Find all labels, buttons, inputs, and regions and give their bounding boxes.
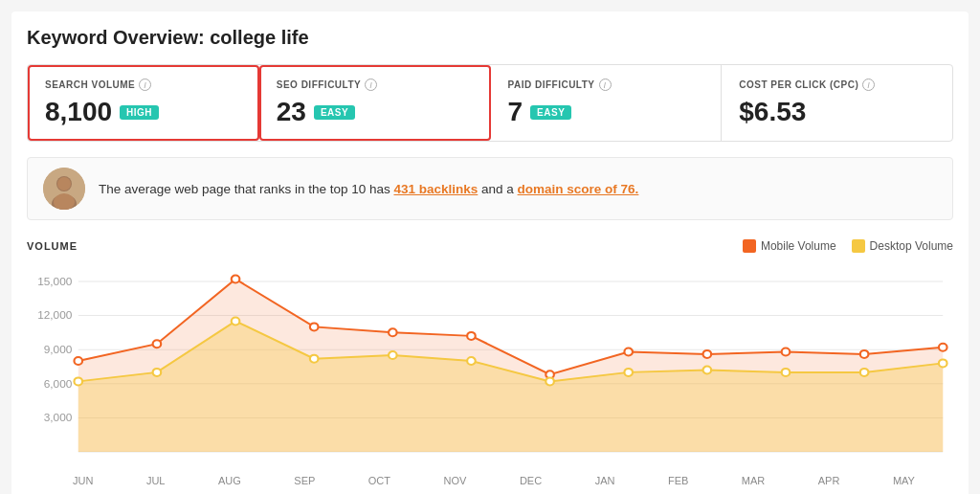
- insight-before: The average web page that ranks in the t…: [99, 182, 393, 196]
- header-prefix: Keyword Overview:: [27, 27, 205, 48]
- svg-text:3,000: 3,000: [44, 413, 73, 424]
- metrics-row: Search Volume i 8,100 HIGH SEO Difficult…: [27, 64, 953, 142]
- svg-point-20: [389, 328, 397, 336]
- metric-card-seo-difficulty: SEO Difficulty i 23 EASY: [259, 65, 491, 141]
- x-label: JAN: [595, 475, 615, 486]
- svg-point-19: [310, 323, 319, 330]
- svg-point-23: [624, 348, 633, 356]
- avatar: [43, 168, 85, 210]
- insight-middle: and a: [478, 182, 517, 196]
- metric-label: SEO Difficulty i: [277, 79, 473, 91]
- chart-legend: Mobile VolumeDesktop Volume: [743, 239, 953, 253]
- metric-badge: EASY: [530, 105, 571, 120]
- svg-point-35: [624, 369, 633, 376]
- metric-card-cpc: Cost Per Click (CPC) i $6.53: [722, 65, 952, 141]
- svg-point-26: [860, 350, 869, 358]
- svg-text:15,000: 15,000: [37, 276, 72, 287]
- svg-point-21: [467, 332, 476, 340]
- x-label: APR: [818, 475, 840, 486]
- info-icon[interactable]: i: [862, 79, 875, 91]
- insight-row: The average web page that ranks in the t…: [27, 157, 953, 220]
- x-axis-labels: JUNJULAUGSEPOCTNOVDECJANFEBMARAPRMAY: [27, 471, 953, 486]
- svg-text:9,000: 9,000: [44, 344, 73, 355]
- svg-point-29: [153, 369, 162, 376]
- svg-point-34: [546, 377, 554, 385]
- x-label: NOV: [444, 475, 467, 486]
- metric-badge: HIGH: [120, 105, 159, 120]
- insight-text: The average web page that ranks in the t…: [99, 182, 638, 196]
- metric-badge: EASY: [314, 105, 355, 120]
- svg-point-33: [467, 357, 476, 365]
- x-label: DEC: [520, 475, 542, 486]
- metric-value: 8,100 HIGH: [45, 97, 241, 127]
- info-icon[interactable]: i: [599, 79, 612, 91]
- legend-item: Mobile Volume: [743, 239, 836, 253]
- svg-point-37: [782, 369, 791, 376]
- page-header: Keyword Overview: college life: [27, 27, 953, 49]
- chart-header: VOLUME Mobile VolumeDesktop Volume: [27, 239, 953, 253]
- x-label: SEP: [294, 475, 315, 486]
- svg-point-38: [860, 369, 869, 376]
- metric-value: 7 EASY: [508, 97, 704, 127]
- metric-value: 23 EASY: [277, 97, 473, 127]
- legend-swatch: [852, 239, 865, 253]
- svg-point-31: [310, 355, 319, 363]
- x-label: FEB: [668, 475, 688, 486]
- svg-point-3: [57, 177, 71, 191]
- svg-point-36: [703, 367, 712, 374]
- svg-point-18: [232, 276, 240, 283]
- metric-label: Cost Per Click (CPC) i: [739, 79, 935, 91]
- legend-label: Desktop Volume: [870, 239, 953, 253]
- backlinks-link[interactable]: 431 backlinks: [393, 182, 478, 196]
- x-label: MAR: [742, 475, 765, 486]
- x-label: OCT: [368, 475, 390, 486]
- chart-title: VOLUME: [27, 240, 78, 252]
- svg-text:6,000: 6,000: [44, 378, 73, 390]
- svg-point-39: [939, 359, 947, 367]
- header-keyword: college life: [210, 27, 308, 48]
- x-label: AUG: [218, 475, 241, 486]
- main-container: Keyword Overview: college life Search Vo…: [11, 11, 969, 494]
- legend-swatch: [743, 239, 756, 253]
- metric-value: $6.53: [739, 97, 935, 127]
- svg-point-30: [232, 317, 240, 325]
- domain-score-link[interactable]: domain score of 76.: [518, 182, 639, 196]
- legend-label: Mobile Volume: [761, 239, 836, 253]
- svg-point-28: [74, 377, 82, 385]
- svg-point-25: [782, 348, 791, 356]
- svg-point-17: [153, 340, 162, 348]
- metric-label: Search Volume i: [45, 79, 241, 91]
- svg-point-24: [703, 350, 712, 358]
- x-label: JUN: [73, 475, 93, 486]
- chart-area: 3,0006,0009,00012,00015,000: [27, 260, 953, 471]
- metric-card-paid-difficulty: Paid Difficulty i 7 EASY: [491, 65, 723, 141]
- svg-point-16: [74, 357, 82, 365]
- metric-card-search-volume: Search Volume i 8,100 HIGH: [28, 65, 259, 141]
- svg-point-32: [389, 351, 397, 359]
- chart-section: VOLUME Mobile VolumeDesktop Volume 3,000…: [27, 239, 953, 486]
- legend-item: Desktop Volume: [852, 239, 953, 253]
- metric-label: Paid Difficulty i: [508, 79, 704, 91]
- x-label: JUL: [146, 475, 166, 486]
- svg-point-27: [939, 344, 947, 351]
- x-label: MAY: [893, 475, 915, 486]
- svg-text:12,000: 12,000: [37, 310, 72, 322]
- info-icon[interactable]: i: [139, 79, 151, 91]
- info-icon[interactable]: i: [365, 79, 377, 91]
